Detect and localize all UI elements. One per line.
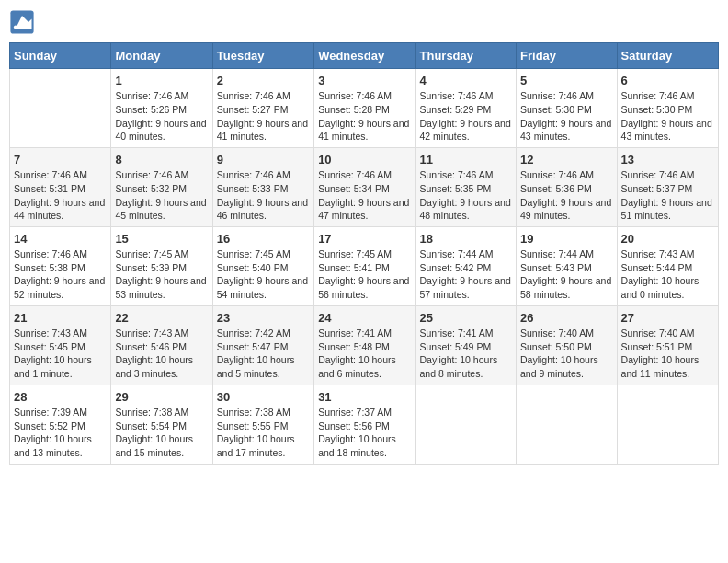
calendar-cell: 20 Sunrise: 7:43 AM Sunset: 5:44 PM Dayl… (617, 226, 718, 305)
calendar-cell: 1 Sunrise: 7:46 AM Sunset: 5:26 PM Dayli… (111, 69, 212, 148)
calendar-cell: 17 Sunrise: 7:45 AM Sunset: 5:41 PM Dayl… (314, 226, 415, 305)
calendar-cell: 23 Sunrise: 7:42 AM Sunset: 5:47 PM Dayl… (212, 305, 313, 385)
calendar-cell: 25 Sunrise: 7:41 AM Sunset: 5:49 PM Dayl… (415, 305, 517, 385)
week-row-2: 14 Sunrise: 7:46 AM Sunset: 5:38 PM Dayl… (10, 226, 719, 305)
week-row-3: 21 Sunrise: 7:43 AM Sunset: 5:45 PM Dayl… (10, 305, 719, 385)
calendar-cell: 11 Sunrise: 7:46 AM Sunset: 5:35 PM Dayl… (415, 147, 517, 226)
calendar-cell: 16 Sunrise: 7:45 AM Sunset: 5:40 PM Dayl… (212, 226, 313, 305)
calendar-cell: 9 Sunrise: 7:46 AM Sunset: 5:33 PM Dayli… (212, 147, 313, 226)
header-cell-thursday: Thursday (415, 43, 517, 69)
logo-icon (9, 9, 35, 35)
header-cell-saturday: Saturday (617, 43, 718, 69)
calendar-cell (517, 385, 618, 464)
calendar-cell: 19 Sunrise: 7:44 AM Sunset: 5:43 PM Dayl… (517, 226, 618, 305)
header-cell-sunday: Sunday (10, 43, 111, 69)
calendar-cell: 7 Sunrise: 7:46 AM Sunset: 5:31 PM Dayli… (10, 147, 111, 226)
calendar-cell: 22 Sunrise: 7:43 AM Sunset: 5:46 PM Dayl… (111, 305, 212, 385)
header-row: SundayMondayTuesdayWednesdayThursdayFrid… (10, 43, 719, 69)
calendar-cell: 18 Sunrise: 7:44 AM Sunset: 5:42 PM Dayl… (415, 226, 517, 305)
calendar-cell: 12 Sunrise: 7:46 AM Sunset: 5:36 PM Dayl… (517, 147, 618, 226)
calendar-cell: 5 Sunrise: 7:46 AM Sunset: 5:30 PM Dayli… (517, 69, 618, 148)
header-cell-wednesday: Wednesday (314, 43, 415, 69)
page-header (9, 9, 719, 35)
svg-point-2 (14, 26, 17, 29)
calendar-cell: 28 Sunrise: 7:39 AM Sunset: 5:52 PM Dayl… (10, 385, 111, 464)
calendar-cell: 27 Sunrise: 7:40 AM Sunset: 5:51 PM Dayl… (617, 305, 718, 385)
logo (9, 9, 39, 35)
calendar-cell: 2 Sunrise: 7:46 AM Sunset: 5:27 PM Dayli… (212, 69, 313, 148)
calendar-cell (10, 69, 111, 148)
calendar-cell: 21 Sunrise: 7:43 AM Sunset: 5:45 PM Dayl… (10, 305, 111, 385)
week-row-4: 28 Sunrise: 7:39 AM Sunset: 5:52 PM Dayl… (10, 385, 719, 464)
calendar-cell: 10 Sunrise: 7:46 AM Sunset: 5:34 PM Dayl… (314, 147, 415, 226)
calendar-cell: 4 Sunrise: 7:46 AM Sunset: 5:29 PM Dayli… (415, 69, 517, 148)
header-cell-friday: Friday (517, 43, 618, 69)
calendar-cell: 30 Sunrise: 7:38 AM Sunset: 5:55 PM Dayl… (212, 385, 313, 464)
calendar-cell: 14 Sunrise: 7:46 AM Sunset: 5:38 PM Dayl… (10, 226, 111, 305)
calendar-table: SundayMondayTuesdayWednesdayThursdayFrid… (9, 42, 719, 465)
calendar-cell: 15 Sunrise: 7:45 AM Sunset: 5:39 PM Dayl… (111, 226, 212, 305)
calendar-cell: 8 Sunrise: 7:46 AM Sunset: 5:32 PM Dayli… (111, 147, 212, 226)
week-row-1: 7 Sunrise: 7:46 AM Sunset: 5:31 PM Dayli… (10, 147, 719, 226)
calendar-cell: 26 Sunrise: 7:40 AM Sunset: 5:50 PM Dayl… (517, 305, 618, 385)
calendar-cell: 13 Sunrise: 7:46 AM Sunset: 5:37 PM Dayl… (617, 147, 718, 226)
calendar-cell (617, 385, 718, 464)
calendar-cell: 3 Sunrise: 7:46 AM Sunset: 5:28 PM Dayli… (314, 69, 415, 148)
calendar-cell (415, 385, 517, 464)
calendar-cell: 24 Sunrise: 7:41 AM Sunset: 5:48 PM Dayl… (314, 305, 415, 385)
calendar-cell: 31 Sunrise: 7:37 AM Sunset: 5:56 PM Dayl… (314, 385, 415, 464)
header-cell-monday: Monday (111, 43, 212, 69)
calendar-cell: 6 Sunrise: 7:46 AM Sunset: 5:30 PM Dayli… (617, 69, 718, 148)
calendar-cell: 29 Sunrise: 7:38 AM Sunset: 5:54 PM Dayl… (111, 385, 212, 464)
week-row-0: 1 Sunrise: 7:46 AM Sunset: 5:26 PM Dayli… (10, 69, 719, 148)
header-cell-tuesday: Tuesday (212, 43, 313, 69)
